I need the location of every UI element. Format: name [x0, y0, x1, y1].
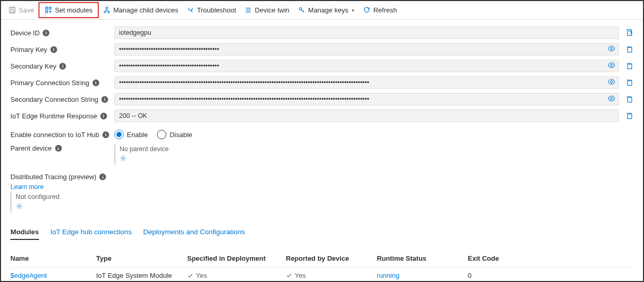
refresh-icon: [363, 6, 371, 14]
svg-rect-22: [628, 114, 632, 119]
copy-icon[interactable]: [625, 112, 634, 120]
svg-rect-2: [10, 10, 14, 12]
enable-radio-label: Enable: [127, 131, 148, 139]
device-detail-content: Device ID i iotedgegpu Primary Key i •••…: [1, 20, 643, 282]
copy-icon[interactable]: [625, 29, 634, 37]
module-reported: Yes: [286, 272, 377, 279]
command-bar: Save Set modules Manage child devices Tr…: [1, 1, 643, 20]
svg-rect-0: [9, 7, 15, 13]
secondary-key-label: Secondary Key: [10, 62, 56, 70]
table-row: $edgeAgent IoT Edge System Module Yes Ye…: [10, 267, 634, 282]
troubleshoot-label: Troubleshoot: [197, 6, 236, 14]
copy-icon[interactable]: [625, 78, 634, 87]
runtime-response-field: 200 -- OK: [114, 110, 619, 122]
svg-rect-4: [49, 7, 51, 9]
info-icon[interactable]: i: [59, 63, 66, 70]
set-modules-button[interactable]: Set modules: [38, 2, 99, 18]
tab-deployments[interactable]: Deployments and Configurations: [143, 225, 245, 240]
copy-icon[interactable]: [625, 45, 634, 53]
learn-more-link[interactable]: Learn more: [10, 183, 44, 191]
manage-keys-button[interactable]: Manage keys ▾: [294, 4, 359, 16]
device-twin-label: Device twin: [255, 6, 289, 14]
refresh-label: Refresh: [373, 6, 397, 14]
children-icon: [103, 6, 111, 14]
svg-point-20: [611, 98, 613, 100]
save-icon: [8, 6, 16, 14]
svg-point-8: [108, 11, 109, 13]
modules-table-header: Name Type Specified in Deployment Report…: [10, 250, 634, 267]
primary-key-field[interactable]: ••••••••••••••••••••••••••••••••••••••••…: [114, 43, 619, 56]
device-id-value: iotedgegpu: [119, 29, 151, 36]
svg-point-7: [104, 11, 106, 13]
radio-icon: [157, 130, 166, 139]
primary-conn-label: Primary Connection String: [10, 79, 89, 87]
reveal-icon[interactable]: [608, 95, 615, 104]
troubleshoot-icon: [187, 6, 194, 14]
module-type: IoT Edge System Module: [96, 272, 187, 279]
module-runtime-status[interactable]: running: [377, 272, 468, 279]
col-runtime: Runtime Status: [377, 254, 468, 262]
primary-key-label: Primary Key: [10, 46, 47, 53]
parent-device-label: Parent device: [10, 144, 52, 152]
secondary-conn-field[interactable]: ••••••••••••••••••••••••••••••••••••••••…: [114, 93, 619, 105]
primary-conn-field[interactable]: ••••••••••••••••••••••••••••••••••••••••…: [114, 76, 619, 89]
gear-icon[interactable]: [120, 155, 127, 164]
copy-icon[interactable]: [625, 62, 634, 70]
modules-icon: [45, 6, 52, 14]
enable-connection-radios: Enable Disable: [114, 130, 192, 139]
secondary-conn-label: Secondary Connection String: [10, 96, 98, 103]
tracing-label: Distributed Tracing (preview): [10, 173, 96, 181]
device-id-field[interactable]: iotedgegpu: [114, 26, 619, 39]
device-twin-button[interactable]: Device twin: [240, 4, 293, 16]
info-icon[interactable]: i: [93, 79, 99, 86]
col-reported: Reported by Device: [286, 254, 377, 262]
svg-rect-1: [11, 7, 14, 9]
troubleshoot-button[interactable]: Troubleshoot: [182, 4, 240, 16]
reveal-icon[interactable]: [608, 78, 615, 87]
info-icon[interactable]: i: [50, 46, 57, 53]
save-button: Save: [4, 4, 38, 16]
primary-key-value: ••••••••••••••••••••••••••••••••••••••••…: [119, 46, 219, 53]
info-icon[interactable]: i: [101, 96, 108, 103]
module-specified: Yes: [187, 272, 286, 279]
tab-connections[interactable]: IoT Edge hub connections: [50, 225, 132, 240]
module-name-link[interactable]: $edgeAgent: [10, 272, 96, 279]
disable-radio[interactable]: Disable: [157, 130, 192, 139]
info-icon[interactable]: i: [99, 173, 106, 180]
runtime-response-row: IoT Edge Runtime Response i 200 -- OK: [10, 108, 634, 124]
gear-icon[interactable]: [16, 203, 23, 211]
device-twin-icon: [244, 6, 252, 14]
runtime-response-label: IoT Edge Runtime Response: [10, 112, 97, 120]
runtime-response-value: 200 -- OK: [119, 112, 147, 119]
svg-rect-15: [628, 48, 632, 52]
reveal-icon[interactable]: [608, 45, 615, 54]
primary-conn-value: ••••••••••••••••••••••••••••••••••••••••…: [119, 79, 369, 86]
radio-icon: [114, 130, 124, 139]
manage-child-devices-button[interactable]: Manage child devices: [99, 4, 182, 16]
info-icon[interactable]: i: [55, 145, 62, 152]
col-exit: Exit Code: [468, 254, 546, 262]
info-icon[interactable]: i: [100, 113, 107, 119]
enable-connection-row: Enable connection to IoT Hub i Enable Di…: [10, 127, 634, 142]
primary-key-row: Primary Key i ••••••••••••••••••••••••••…: [10, 42, 634, 57]
primary-conn-row: Primary Connection String i ••••••••••••…: [10, 75, 634, 90]
secondary-conn-value: ••••••••••••••••••••••••••••••••••••••••…: [119, 96, 369, 103]
module-exit-code: 0: [468, 272, 546, 279]
parent-device-row: Parent device i No parent device: [10, 144, 634, 165]
distributed-tracing-section: Distributed Tracing (preview) i Learn mo…: [10, 173, 634, 212]
tab-modules[interactable]: Modules: [10, 225, 39, 240]
no-parent-text: No parent device: [120, 145, 634, 153]
modules-table: Name Type Specified in Deployment Report…: [10, 250, 634, 282]
svg-point-6: [106, 7, 108, 9]
refresh-button[interactable]: Refresh: [359, 4, 401, 16]
svg-rect-3: [46, 7, 48, 9]
secondary-conn-row: Secondary Connection String i ••••••••••…: [10, 91, 634, 107]
manage-children-label: Manage child devices: [113, 6, 178, 14]
info-icon[interactable]: i: [102, 131, 109, 138]
enable-radio[interactable]: Enable: [114, 130, 148, 139]
secondary-key-field[interactable]: ••••••••••••••••••••••••••••••••••••••••…: [114, 60, 619, 72]
copy-icon[interactable]: [625, 95, 634, 103]
secondary-key-row: Secondary Key i ••••••••••••••••••••••••…: [10, 58, 634, 74]
info-icon[interactable]: i: [43, 30, 49, 36]
reveal-icon[interactable]: [608, 61, 615, 71]
